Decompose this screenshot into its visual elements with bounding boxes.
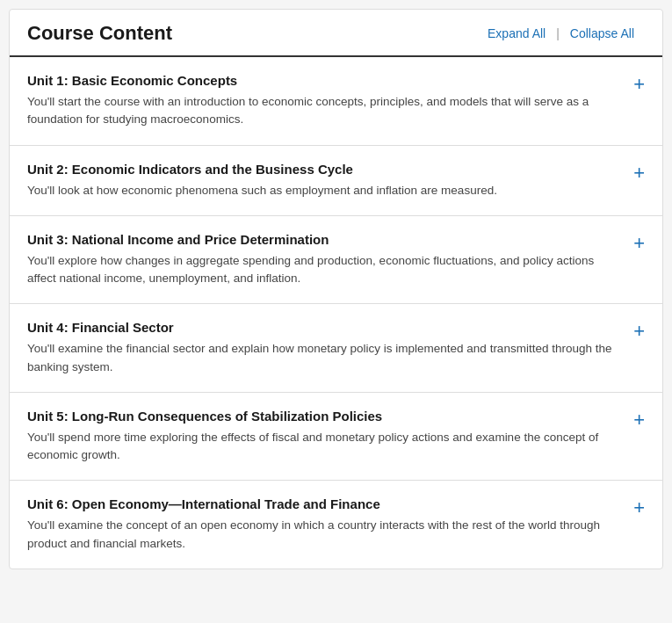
unit-title: Unit 6: Open Economy—International Trade…: [27, 496, 616, 511]
unit-expand-button[interactable]: +: [633, 234, 645, 253]
header-actions: Expand All | Collapse All: [477, 26, 645, 40]
unit-description: You'll examine the concept of an open ec…: [27, 517, 616, 553]
unit-title: Unit 5: Long-Run Consequences of Stabili…: [27, 409, 616, 424]
unit-description: You'll start the course with an introduc…: [27, 93, 616, 129]
unit-title: Unit 1: Basic Economic Concepts: [27, 73, 616, 88]
unit-expand-button[interactable]: +: [633, 498, 645, 518]
collapse-all-button[interactable]: Collapse All: [560, 26, 645, 40]
course-content-container: Course Content Expand All | Collapse All…: [9, 9, 663, 569]
course-header: Course Content Expand All | Collapse All: [10, 10, 662, 57]
unit-expand-button[interactable]: +: [633, 410, 645, 430]
unit-title: Unit 4: Financial Sector: [27, 320, 616, 335]
unit-item[interactable]: Unit 5: Long-Run Consequences of Stabili…: [10, 393, 662, 482]
unit-content: Unit 1: Basic Economic ConceptsYou'll st…: [27, 73, 633, 129]
course-title: Course Content: [27, 22, 172, 45]
unit-description: You'll examine the financial sector and …: [27, 340, 616, 376]
expand-all-button[interactable]: Expand All: [477, 26, 556, 40]
units-list: Unit 1: Basic Economic ConceptsYou'll st…: [10, 57, 662, 569]
unit-item[interactable]: Unit 6: Open Economy—International Trade…: [10, 481, 662, 569]
unit-content: Unit 5: Long-Run Consequences of Stabili…: [27, 409, 633, 465]
unit-item[interactable]: Unit 1: Basic Economic ConceptsYou'll st…: [10, 57, 662, 146]
unit-description: You'll explore how changes in aggregate …: [27, 252, 616, 288]
unit-content: Unit 3: National Income and Price Determ…: [27, 232, 633, 288]
unit-content: Unit 4: Financial SectorYou'll examine t…: [27, 320, 633, 376]
unit-item[interactable]: Unit 4: Financial SectorYou'll examine t…: [10, 304, 662, 393]
unit-expand-button[interactable]: +: [633, 163, 645, 183]
unit-description: You'll spend more time exploring the eff…: [27, 429, 616, 465]
unit-title: Unit 2: Economic Indicators and the Busi…: [27, 162, 616, 177]
unit-title: Unit 3: National Income and Price Determ…: [27, 232, 616, 247]
unit-expand-button[interactable]: +: [633, 75, 645, 94]
unit-content: Unit 2: Economic Indicators and the Busi…: [27, 162, 633, 199]
unit-description: You'll look at how economic phenomena su…: [27, 182, 616, 199]
unit-item[interactable]: Unit 3: National Income and Price Determ…: [10, 216, 662, 305]
unit-item[interactable]: Unit 2: Economic Indicators and the Busi…: [10, 146, 662, 216]
unit-content: Unit 6: Open Economy—International Trade…: [27, 496, 633, 553]
unit-expand-button[interactable]: +: [633, 322, 645, 341]
